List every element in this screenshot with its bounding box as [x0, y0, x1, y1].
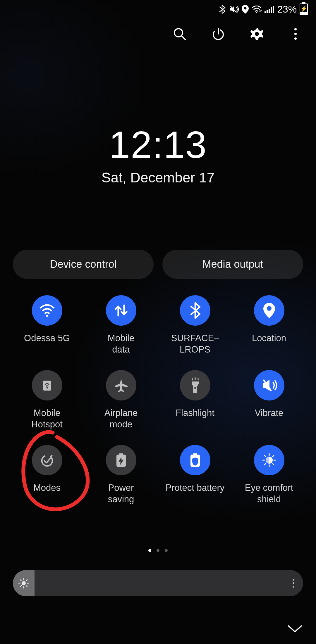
tile-label: Location	[252, 333, 286, 355]
airplane-icon	[106, 370, 136, 400]
tile-label: Eye comfort shield	[245, 482, 293, 505]
bluetooth-status-icon	[218, 5, 226, 14]
location-icon	[254, 295, 284, 326]
quick-access-row: Device control Media output	[13, 250, 303, 279]
page-indicator[interactable]	[0, 549, 316, 552]
clock-time: 12:13	[0, 123, 316, 167]
search-icon	[173, 27, 187, 41]
tile-protect-battery[interactable]: Protect battery	[161, 445, 229, 505]
collapse-panel-button[interactable]	[287, 624, 303, 635]
svg-line-31	[265, 455, 266, 457]
mobile-data-icon	[106, 295, 136, 326]
svg-rect-7	[273, 6, 274, 13]
protect-battery-icon	[180, 445, 210, 475]
battery-icon: ⚡	[300, 4, 308, 15]
hotspot-icon	[32, 370, 62, 400]
tile-label: Airplane mode	[104, 408, 138, 430]
modes-icon	[32, 445, 62, 475]
svg-point-17	[267, 306, 272, 311]
tile-modes[interactable]: Modes	[13, 445, 81, 505]
svg-line-34	[265, 464, 266, 465]
tile-label: Protect battery	[166, 482, 225, 505]
chevron-down-icon	[287, 624, 303, 634]
svg-point-23	[194, 387, 196, 389]
power-icon	[211, 27, 225, 41]
location-status-icon	[242, 5, 249, 14]
mute-vibrate-status-icon	[229, 5, 239, 14]
tile-bluetooth[interactable]: SURFACE–LROPS	[161, 295, 229, 355]
bluetooth-icon	[180, 295, 210, 326]
svg-point-12	[255, 32, 259, 36]
svg-point-19	[46, 387, 48, 389]
svg-line-42	[26, 580, 27, 581]
page-dot[interactable]	[157, 549, 159, 552]
tile-power-saving[interactable]: Power saving	[87, 445, 155, 505]
wifi-icon	[32, 295, 62, 326]
eye-comfort-icon	[254, 445, 284, 475]
search-button[interactable]	[171, 25, 188, 43]
svg-point-14	[294, 33, 297, 35]
svg-point-1	[244, 7, 246, 10]
tile-label: Odessa 5G	[24, 333, 70, 355]
svg-point-2	[256, 12, 257, 13]
tile-wifi[interactable]: Odessa 5G	[13, 295, 81, 355]
brightness-more-button[interactable]	[293, 579, 294, 588]
tile-mobile-data[interactable]: Mobile data	[87, 295, 155, 355]
header-actions	[171, 25, 310, 43]
svg-point-16	[46, 315, 48, 317]
tile-label: Mobile data	[108, 333, 134, 355]
more-button[interactable]	[287, 25, 304, 43]
clock-area: 12:13 Sat, December 17	[0, 123, 316, 186]
tile-eye-comfort[interactable]: Eye comfort shield	[235, 445, 303, 505]
svg-line-33	[273, 455, 274, 457]
tile-location[interactable]: Location	[235, 295, 303, 355]
tile-label: Modes	[33, 482, 61, 505]
status-bar: 23% ⚡	[218, 4, 308, 15]
svg-rect-3	[265, 11, 266, 13]
brightness-slider[interactable]	[13, 570, 303, 596]
gear-icon	[250, 27, 264, 41]
tile-hotspot[interactable]: Mobile Hotspot	[13, 370, 81, 430]
wifi-status-icon	[252, 6, 262, 13]
svg-rect-4	[267, 10, 268, 13]
signal-status-icon	[265, 6, 274, 13]
tile-airplane[interactable]: Airplane mode	[87, 370, 155, 430]
page-dot[interactable]	[148, 549, 151, 552]
device-control-button[interactable]: Device control	[13, 250, 154, 279]
svg-line-43	[20, 586, 21, 587]
quick-settings-grid: Odessa 5GMobile dataSURFACE–LROPSLocatio…	[13, 295, 303, 505]
svg-point-13	[294, 28, 297, 30]
brightness-fill	[13, 570, 35, 596]
pill-label: Media output	[202, 258, 263, 270]
svg-point-35	[22, 581, 26, 585]
more-vert-icon	[293, 27, 298, 40]
sun-icon	[18, 577, 30, 589]
tile-vibrate[interactable]: Vibrate	[235, 370, 303, 430]
vibrate-icon	[254, 370, 284, 400]
svg-rect-5	[269, 9, 270, 13]
power-saving-icon	[106, 445, 136, 475]
tile-label: Vibrate	[255, 408, 284, 430]
tile-flashlight[interactable]: Flashlight	[161, 370, 229, 430]
svg-rect-6	[271, 7, 272, 13]
media-output-button[interactable]: Media output	[162, 250, 303, 279]
tile-label: Power saving	[108, 482, 134, 505]
clock-date: Sat, December 17	[0, 170, 316, 186]
page-dot[interactable]	[165, 549, 168, 552]
power-button[interactable]	[209, 25, 227, 43]
tile-label: SURFACE–LROPS	[161, 333, 229, 355]
svg-line-32	[273, 464, 274, 465]
flashlight-icon	[180, 370, 210, 400]
pill-label: Device control	[50, 258, 116, 270]
tile-label: Mobile Hotspot	[31, 408, 63, 430]
svg-line-9	[182, 36, 186, 40]
settings-button[interactable]	[248, 25, 266, 43]
svg-line-40	[20, 580, 21, 581]
svg-line-41	[26, 586, 27, 587]
tile-label: Flashlight	[176, 408, 214, 430]
svg-point-15	[294, 37, 297, 40]
battery-percent: 23%	[277, 4, 297, 15]
